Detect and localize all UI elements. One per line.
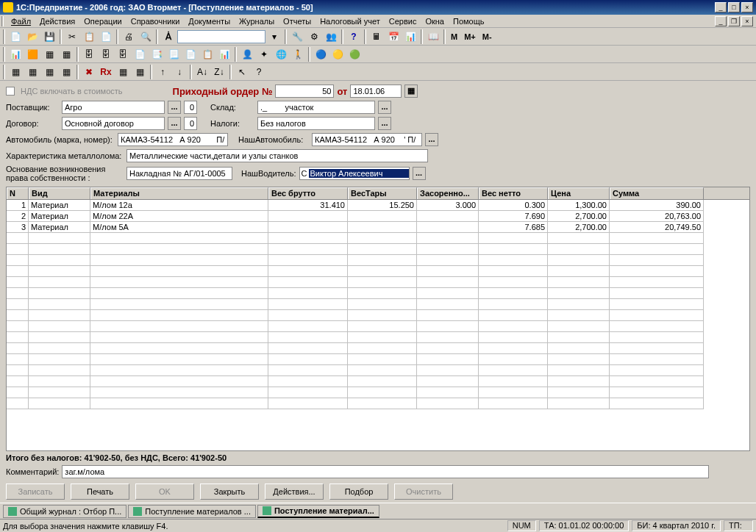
table-cell[interactable]	[348, 222, 417, 233]
supplier-input[interactable]	[65, 102, 162, 112]
table-cell[interactable]	[479, 365, 548, 376]
table-cell[interactable]	[90, 398, 268, 409]
menu-windows[interactable]: Окна	[421, 16, 449, 26]
supplier-lookup-button[interactable]: ...	[168, 101, 181, 114]
form-tool5-icon[interactable]: ▦	[115, 64, 131, 80]
table-cell[interactable]	[268, 343, 348, 354]
table-cell[interactable]	[479, 343, 548, 354]
table-cell[interactable]	[417, 321, 479, 332]
props-icon[interactable]: 📊	[402, 29, 418, 45]
book-icon[interactable]: 📖	[425, 29, 441, 45]
table-cell[interactable]	[479, 233, 548, 244]
sort-za-icon[interactable]: Z↓	[211, 64, 227, 80]
pointer-icon[interactable]: ↖	[234, 64, 250, 80]
doc3-icon[interactable]: 📃	[165, 46, 182, 62]
col-cena[interactable]: Цена	[548, 187, 610, 199]
nalogi-input[interactable]	[260, 118, 372, 129]
table-cell[interactable]	[348, 299, 417, 310]
table-cell[interactable]: 15.250	[348, 200, 417, 211]
table-cell[interactable]: 3	[7, 222, 29, 233]
table-cell[interactable]	[29, 255, 90, 266]
table-row[interactable]	[7, 255, 749, 266]
table-cell[interactable]	[548, 332, 610, 343]
doc-date-input[interactable]	[353, 86, 399, 96]
table-cell[interactable]	[548, 376, 610, 387]
menu-documents[interactable]: Документы	[184, 16, 235, 26]
col-tara[interactable]: ВесТары	[348, 187, 417, 199]
table-cell[interactable]: 20,749.50	[610, 222, 704, 233]
table-cell[interactable]	[610, 266, 704, 277]
table-row[interactable]	[7, 376, 749, 387]
table-cell[interactable]	[479, 310, 548, 321]
table-cell[interactable]: М/лом 5А	[90, 222, 268, 233]
table-cell[interactable]	[348, 332, 417, 343]
table-row[interactable]	[7, 398, 749, 409]
table-cell[interactable]	[29, 277, 90, 288]
save-button[interactable]: Записать	[6, 484, 65, 500]
walk-icon[interactable]: 🚶	[290, 46, 306, 62]
contract-lookup-button[interactable]: ...	[168, 117, 181, 130]
table-cell[interactable]	[417, 310, 479, 321]
table-cell[interactable]	[610, 244, 704, 255]
table-cell[interactable]: 7.690	[479, 211, 548, 222]
table-cell[interactable]	[417, 277, 479, 288]
table-cell[interactable]	[7, 387, 29, 398]
table-cell[interactable]	[90, 266, 268, 277]
table-cell[interactable]	[610, 398, 704, 409]
table-cell[interactable]	[29, 332, 90, 343]
table-cell[interactable]: 390.00	[610, 200, 704, 211]
form-tool2-icon[interactable]: ▦	[24, 64, 40, 80]
table-row[interactable]: 1МатериалМ/лом 12а31.41015.2503.0000.300…	[7, 200, 749, 211]
col-mat[interactable]: Материалы	[90, 187, 268, 199]
table-cell[interactable]	[417, 222, 479, 233]
preview-icon[interactable]: 🔍	[138, 29, 154, 45]
doc5-icon[interactable]: 📋	[199, 46, 215, 62]
tool-a-icon[interactable]: 🔧	[289, 29, 305, 45]
table-cell[interactable]	[479, 277, 548, 288]
table-cell[interactable]	[268, 354, 348, 365]
table-cell[interactable]	[7, 376, 29, 387]
table-row[interactable]	[7, 244, 749, 255]
comment-input[interactable]	[65, 467, 706, 477]
table-cell[interactable]	[348, 277, 417, 288]
table-cell[interactable]	[90, 310, 268, 321]
table-cell[interactable]	[348, 354, 417, 365]
table-cell[interactable]	[90, 299, 268, 310]
grid1-icon[interactable]: ▦	[41, 46, 57, 62]
table-cell[interactable]	[479, 398, 548, 409]
table-cell[interactable]	[610, 387, 704, 398]
table-cell[interactable]	[610, 310, 704, 321]
table-cell[interactable]	[90, 376, 268, 387]
table-cell[interactable]	[348, 255, 417, 266]
menu-tax[interactable]: Налоговый учет	[315, 16, 385, 26]
table-cell[interactable]	[90, 343, 268, 354]
table-cell[interactable]	[348, 233, 417, 244]
table-cell[interactable]	[548, 365, 610, 376]
table-cell[interactable]: 2	[7, 211, 29, 222]
menu-directories[interactable]: Справочники	[126, 16, 185, 26]
contract-ext-input[interactable]	[187, 118, 194, 129]
table-cell[interactable]	[7, 310, 29, 321]
supplier-ext-input[interactable]	[187, 102, 194, 112]
table-cell[interactable]	[268, 255, 348, 266]
db3-icon[interactable]: 🗄	[115, 46, 131, 62]
form-tool3-icon[interactable]: ▦	[41, 64, 57, 80]
table-cell[interactable]: 31.410	[268, 200, 348, 211]
table-cell[interactable]: 1,300.00	[548, 200, 610, 211]
table-cell[interactable]	[29, 299, 90, 310]
table-cell[interactable]	[610, 343, 704, 354]
table-cell[interactable]	[348, 398, 417, 409]
table-cell[interactable]	[90, 255, 268, 266]
table-cell[interactable]	[479, 321, 548, 332]
har-input[interactable]	[129, 151, 425, 161]
contract-input[interactable]	[65, 118, 162, 129]
table-cell[interactable]: 3.000	[417, 200, 479, 211]
table-row[interactable]	[7, 354, 749, 365]
table-cell[interactable]	[268, 233, 348, 244]
mem-m[interactable]: M	[448, 32, 460, 41]
table-cell[interactable]	[548, 398, 610, 409]
table-cell[interactable]	[348, 266, 417, 277]
table-cell[interactable]	[348, 376, 417, 387]
col-zasor[interactable]: Засоренно...	[417, 187, 479, 199]
close-button[interactable]: ×	[741, 2, 753, 12]
